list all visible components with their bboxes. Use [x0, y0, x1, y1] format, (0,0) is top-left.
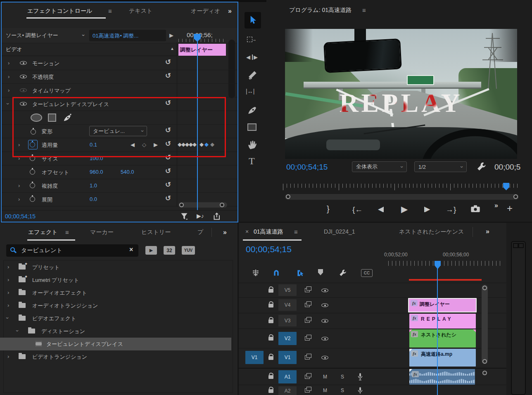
more-panels-icon[interactable]: »: [228, 7, 232, 15]
pen-tool[interactable]: [247, 104, 258, 117]
stopwatch-icon[interactable]: [30, 142, 35, 147]
zoom-handle-square[interactable]: [513, 243, 518, 248]
timeline-playhead-line[interactable]: [437, 264, 438, 395]
expander-icon[interactable]: ›: [7, 302, 9, 308]
tab-sequence-2[interactable]: DJI_0224_1: [324, 228, 355, 235]
play-audio-icon[interactable]: ▶♪: [197, 213, 204, 219]
keyframe-icon[interactable]: ◆: [200, 142, 204, 147]
track-eye-icon[interactable]: [321, 303, 328, 307]
program-scrollbar[interactable]: [285, 194, 519, 200]
clip-adjustment-layer[interactable]: fx 調整レイヤー: [408, 298, 477, 312]
button-editor-button[interactable]: +: [507, 203, 513, 213]
track-target-a2[interactable]: A2: [278, 386, 297, 395]
captions-cc-icon[interactable]: CC: [361, 269, 373, 277]
panel-menu-icon[interactable]: ≡: [294, 228, 298, 235]
ec-timecode[interactable]: 00;00;54;15: [5, 213, 36, 220]
tab-sequence-active[interactable]: 01高速道路: [254, 228, 283, 236]
sync-lock-icon[interactable]: [305, 355, 310, 360]
pen-mask-icon[interactable]: [63, 113, 72, 122]
playback-resolution-dropdown[interactable]: 1/2 ›: [414, 161, 467, 172]
track-eye-icon[interactable]: [321, 289, 328, 292]
next-keyframe-icon[interactable]: ▶: [154, 142, 158, 148]
track-target-a1[interactable]: A1: [278, 370, 297, 383]
expander-icon[interactable]: ›: [7, 264, 9, 270]
track-eye-icon[interactable]: [321, 356, 328, 360]
expander-icon[interactable]: ›: [5, 317, 11, 319]
scrollbar-handle[interactable]: [482, 371, 487, 375]
keyframe-selected-icon[interactable]: ◆: [204, 142, 209, 147]
slip-tool[interactable]: |↔|: [246, 88, 254, 95]
scrollbar-handle[interactable]: [179, 203, 184, 207]
tree-item-audio-effects[interactable]: › オーディオエフェクト: [0, 286, 232, 299]
eye-icon[interactable]: [20, 61, 27, 65]
sync-lock-icon[interactable]: [305, 319, 310, 323]
tab-effects[interactable]: エフェクト: [28, 229, 58, 236]
stopwatch-icon[interactable]: [30, 183, 35, 188]
sync-lock-icon[interactable]: [305, 388, 310, 393]
mute-button[interactable]: M: [321, 373, 329, 381]
ec-mini-clip[interactable]: 調整レイヤー: [178, 44, 226, 56]
hand-tool[interactable]: [247, 139, 258, 151]
stopwatch-icon[interactable]: [30, 169, 35, 175]
fx-badge[interactable]: fx: [411, 300, 418, 306]
voiceover-mic-icon[interactable]: [357, 372, 363, 381]
tab-text[interactable]: テキスト: [129, 7, 152, 15]
chevron-down-icon[interactable]: ›: [81, 34, 87, 36]
track-select-forward-tool[interactable]: →: [247, 35, 259, 47]
timeline-ruler[interactable]: [388, 261, 503, 266]
tracks-scrollbar[interactable]: [482, 285, 488, 364]
tree-item-turbulent-displace[interactable]: タービュレントディスプレイス: [0, 338, 231, 350]
clear-search-icon[interactable]: ×: [129, 246, 133, 253]
effect-row-turbulent-displace[interactable]: › タービュレントディスプレイス ↺: [2, 97, 238, 111]
source-patch-v1[interactable]: V1: [245, 351, 264, 364]
timeline-timecode[interactable]: 00;00;54;15: [246, 244, 292, 254]
stopwatch-icon[interactable]: [31, 129, 36, 135]
track-eye-icon[interactable]: [321, 337, 328, 341]
lock-icon[interactable]: [268, 356, 273, 360]
scrollbar-handle[interactable]: [286, 194, 290, 199]
param-row-transform[interactable]: 変形 タービュレ... › ↺: [2, 124, 238, 138]
ripple-edit-tool[interactable]: ◀▶: [246, 52, 259, 64]
solo-button[interactable]: S: [339, 387, 346, 394]
type-tool[interactable]: T: [249, 156, 255, 167]
snap-magnet-icon[interactable]: [273, 269, 280, 277]
collapse-icon[interactable]: ▲: [170, 46, 174, 51]
scrollbar-handle[interactable]: [482, 286, 487, 290]
param-value-y[interactable]: 540.0: [121, 169, 134, 175]
eye-icon[interactable]: [20, 75, 27, 78]
razor-tool[interactable]: [247, 70, 258, 82]
keyframe-icon[interactable]: ◆: [192, 142, 197, 147]
expander-icon[interactable]: ›: [5, 103, 11, 104]
sync-lock-icon[interactable]: [305, 375, 310, 379]
tree-item-video-effects[interactable]: › ビデオエフェクト: [0, 312, 232, 325]
track-eye-icon[interactable]: [321, 319, 328, 323]
linked-selection-icon[interactable]: [297, 269, 304, 277]
lock-icon[interactable]: [268, 304, 273, 307]
fx-badge[interactable]: fx: [411, 350, 418, 357]
program-timecode[interactable]: 00;00;54;15: [286, 163, 328, 172]
lock-icon[interactable]: [268, 375, 273, 379]
expander-icon[interactable]: ›: [7, 289, 9, 296]
export-frame-button[interactable]: [470, 205, 480, 213]
tree-item-distortion[interactable]: › ディストーション: [0, 325, 232, 338]
fx-badge[interactable]: fx: [411, 315, 418, 321]
tree-item-presets[interactable]: › ★ プリセット: [0, 261, 232, 274]
tree-item-video-transitions[interactable]: › ビデオトランジション: [0, 350, 232, 363]
reset-icon[interactable]: ↺: [165, 168, 171, 175]
reset-icon[interactable]: ↺: [165, 59, 171, 66]
more-buttons-icon[interactable]: »: [494, 202, 498, 209]
expander-icon[interactable]: ›: [8, 73, 10, 80]
ec-playhead-line[interactable]: [197, 39, 198, 210]
vertical-zoom-bar[interactable]: [511, 241, 526, 395]
reset-icon[interactable]: ↺: [165, 154, 171, 161]
tab-clipped[interactable]: プ: [197, 229, 207, 236]
tab-markers[interactable]: マーカー: [90, 229, 114, 236]
tab-audio[interactable]: オーディオ: [191, 7, 230, 15]
clip-replay-title[interactable]: fx REPLAY: [409, 314, 476, 329]
panel-menu-icon[interactable]: ≡: [65, 229, 69, 236]
settings-wrench-icon[interactable]: [476, 162, 486, 172]
sync-lock-icon[interactable]: [305, 336, 310, 341]
expander-icon[interactable]: ›: [18, 142, 20, 148]
voiceover-mic-icon[interactable]: [357, 386, 363, 395]
search-input[interactable]: [20, 246, 125, 255]
